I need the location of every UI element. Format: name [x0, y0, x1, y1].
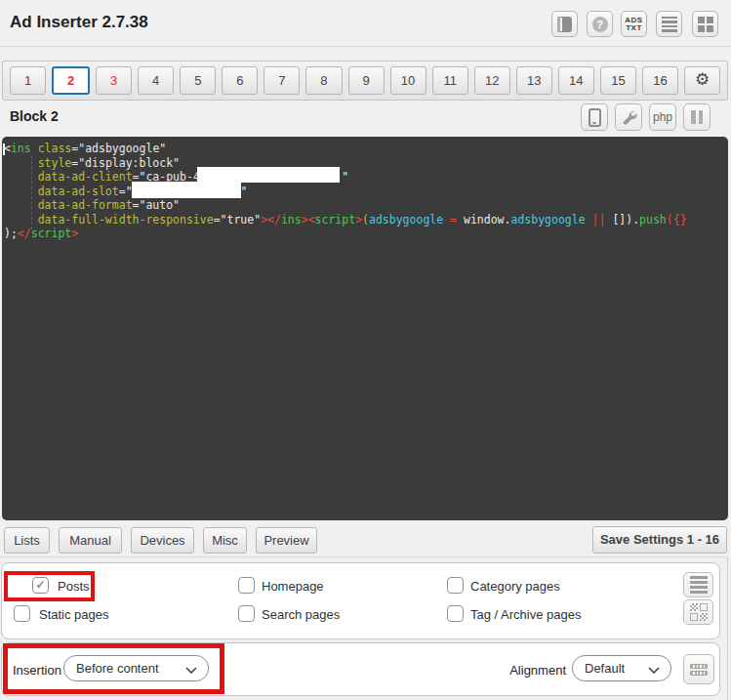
- code-content: <ins class="adsbygoogle" style="display:…: [4, 142, 728, 241]
- redaction-overlay: [197, 167, 340, 183]
- tab-7[interactable]: 7: [264, 66, 300, 95]
- editor-icon: [690, 664, 708, 676]
- hamburger-icon: [662, 17, 677, 32]
- ad-inserter-settings-page: Ad Inserter 2.7.38 ? ADSTXT 123456789101…: [0, 0, 731, 700]
- code-line: );</script>: [4, 226, 728, 241]
- block-settings-button[interactable]: [615, 103, 642, 131]
- checkbox-static-pages[interactable]: [14, 605, 30, 622]
- help-button[interactable]: ?: [587, 11, 613, 37]
- header: Ad Inserter 2.7.38 ? ADSTXT: [0, 0, 731, 47]
- tab-13[interactable]: 13: [516, 66, 552, 95]
- checkbox-search-pages[interactable]: [238, 605, 255, 622]
- tab-10[interactable]: 10: [390, 66, 426, 95]
- php-label: php: [653, 110, 672, 124]
- redaction-overlay: [132, 182, 241, 198]
- page-list-button[interactable]: [683, 572, 713, 597]
- chevron-down-icon: [648, 667, 660, 674]
- page-title: Ad Inserter 2.7.38: [10, 13, 148, 32]
- tab-9[interactable]: 9: [348, 66, 385, 95]
- save-settings-button[interactable]: Save Settings 1 - 16: [592, 526, 727, 554]
- frame-edge: [727, 556, 728, 700]
- insertion-label: Insertion: [13, 663, 61, 678]
- guide-button[interactable]: [551, 11, 578, 37]
- misc-button[interactable]: Misc: [203, 527, 247, 554]
- tab-settings[interactable]: ⚙: [684, 66, 720, 95]
- code-editor-toggle-button[interactable]: [683, 654, 714, 684]
- checkbox-posts[interactable]: ✓: [32, 577, 49, 594]
- devices-button[interactable]: Devices: [131, 527, 194, 554]
- insertion-select[interactable]: Before content: [63, 655, 209, 681]
- text-cursor: [3, 144, 5, 155]
- code-line: data-ad-client="ca-pub-4 ": [4, 170, 728, 185]
- manual-button[interactable]: Manual: [59, 527, 122, 554]
- alignment-select[interactable]: Default: [572, 655, 671, 681]
- checkbox-label-static-pages[interactable]: Static pages: [39, 607, 109, 622]
- misc-grid-icon: [690, 603, 708, 621]
- block-title: Block 2: [10, 108, 59, 124]
- gear-icon: ⚙: [695, 70, 710, 89]
- tab-2[interactable]: 2: [52, 66, 90, 95]
- chevron-down-icon: [185, 667, 197, 674]
- mobile-icon: [589, 108, 601, 127]
- tab-3[interactable]: 3: [96, 66, 132, 95]
- wrench-icon: [621, 109, 637, 126]
- divider: [0, 556, 728, 557]
- log-button[interactable]: [656, 11, 682, 37]
- ads-txt-button[interactable]: ADSTXT: [621, 11, 647, 37]
- code-line: data-ad-slot=" ": [4, 185, 728, 199]
- pause-button[interactable]: [683, 103, 711, 131]
- insertion-value: Before content: [76, 661, 159, 676]
- tab-12[interactable]: 12: [474, 66, 510, 95]
- tab-16[interactable]: 16: [642, 66, 678, 95]
- code-line: data-ad-format="auto": [4, 198, 728, 213]
- tab-4[interactable]: 4: [138, 66, 174, 95]
- checkbox-label-search-pages[interactable]: Search pages: [262, 607, 340, 622]
- book-icon: [557, 17, 572, 32]
- checkbox-label-category-pages[interactable]: Category pages: [470, 579, 560, 594]
- checkbox-homepage[interactable]: [238, 577, 255, 594]
- checkbox-label-tag-archive-pages[interactable]: Tag / Archive pages: [470, 607, 581, 622]
- php-button[interactable]: php: [649, 103, 676, 131]
- lists-button[interactable]: Lists: [4, 527, 50, 554]
- checkbox-tag-archive-pages[interactable]: [447, 605, 464, 622]
- alignment-label: Alignment: [508, 663, 566, 678]
- pause-icon: [691, 110, 703, 124]
- list-lines-icon: [690, 576, 708, 594]
- misc-pages-button[interactable]: [683, 599, 713, 625]
- checkbox-category-pages[interactable]: [447, 577, 464, 594]
- tab-11[interactable]: 11: [432, 66, 468, 95]
- pages-panel: [1, 562, 720, 639]
- tab-strip: 12345678910111213141516⚙: [2, 61, 728, 101]
- grid-icon: [698, 17, 713, 32]
- tab-1[interactable]: 1: [10, 66, 46, 95]
- checkbox-label-homepage[interactable]: Homepage: [262, 579, 324, 594]
- tab-8[interactable]: 8: [305, 66, 342, 95]
- indent-guide: [31, 156, 32, 229]
- tab-14[interactable]: 14: [558, 66, 594, 95]
- preview-button[interactable]: Preview: [256, 527, 317, 554]
- tab-5[interactable]: 5: [180, 66, 216, 95]
- code-line: data-full-width-responsive="true"></ins>…: [4, 213, 728, 227]
- tab-15[interactable]: 15: [600, 66, 636, 95]
- alignment-value: Default: [585, 661, 625, 676]
- code-editor[interactable]: <ins class="adsbygoogle" style="display:…: [2, 137, 728, 520]
- tab-6[interactable]: 6: [222, 66, 258, 95]
- question-icon: ?: [592, 17, 608, 32]
- checkbox-label-posts[interactable]: Posts: [58, 579, 90, 594]
- code-line: <ins class="adsbygoogle": [4, 142, 728, 156]
- code-line: style="display:block": [4, 156, 728, 171]
- block-list-button[interactable]: [692, 11, 718, 37]
- device-detection-button[interactable]: [581, 103, 608, 131]
- ads-txt-icon: ADSTXT: [625, 17, 642, 32]
